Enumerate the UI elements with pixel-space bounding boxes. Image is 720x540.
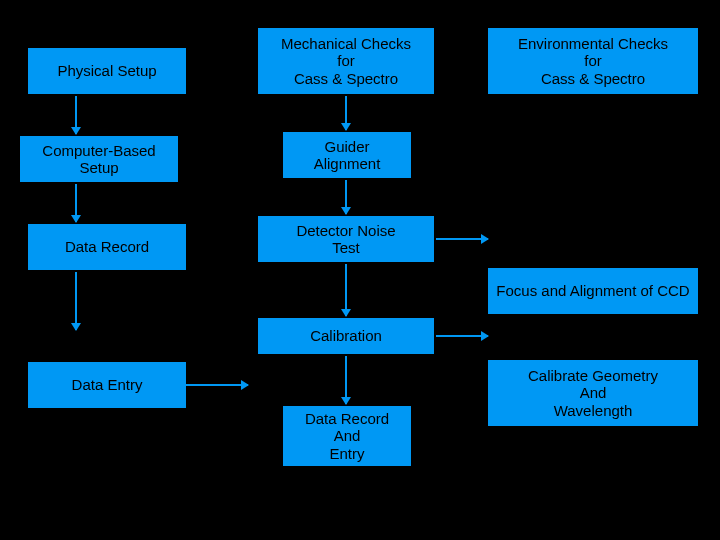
label: Data Entry <box>72 376 143 393</box>
label: Computer-Based Setup <box>27 142 171 177</box>
arrow-down-icon <box>75 272 77 330</box>
box-mechanical-checks: Mechanical Checks for Cass & Spectro <box>258 28 434 94</box>
arrow-down-icon <box>345 356 347 404</box>
box-computer-based-setup: Computer-Based Setup <box>20 136 178 182</box>
box-data-record-and-entry: Data Record And Entry <box>283 406 411 466</box>
arrow-down-icon <box>345 264 347 316</box>
label: Guider Alignment <box>314 138 381 173</box>
label: Mechanical Checks for Cass & Spectro <box>281 35 411 87</box>
arrow-right-icon <box>186 384 248 386</box>
arrow-down-icon <box>75 184 77 222</box>
box-guider-alignment: Guider Alignment <box>283 132 411 178</box>
label: Focus and Alignment of CCD <box>496 282 689 299</box>
arrow-down-icon <box>345 96 347 130</box>
arrow-right-icon <box>436 335 488 337</box>
box-detector-noise-test: Detector Noise Test <box>258 216 434 262</box>
box-data-entry: Data Entry <box>28 362 186 408</box>
label: Detector Noise Test <box>296 222 395 257</box>
box-focus-alignment-ccd: Focus and Alignment of CCD <box>488 268 698 314</box>
flowchart-diagram: Physical Setup Computer-Based Setup Data… <box>0 0 720 540</box>
arrow-right-icon <box>436 238 488 240</box>
box-calibrate-geometry-wavelength: Calibrate Geometry And Wavelength <box>488 360 698 426</box>
label: Physical Setup <box>57 62 156 79</box>
box-data-record: Data Record <box>28 224 186 270</box>
label: Environmental Checks for Cass & Spectro <box>518 35 668 87</box>
label: Calibrate Geometry And Wavelength <box>528 367 658 419</box>
label: Data Record And Entry <box>305 410 389 462</box>
box-calibration: Calibration <box>258 318 434 354</box>
box-physical-setup: Physical Setup <box>28 48 186 94</box>
arrow-down-icon <box>345 180 347 214</box>
box-environmental-checks: Environmental Checks for Cass & Spectro <box>488 28 698 94</box>
arrow-down-icon <box>75 96 77 134</box>
label: Data Record <box>65 238 149 255</box>
label: Calibration <box>310 327 382 344</box>
